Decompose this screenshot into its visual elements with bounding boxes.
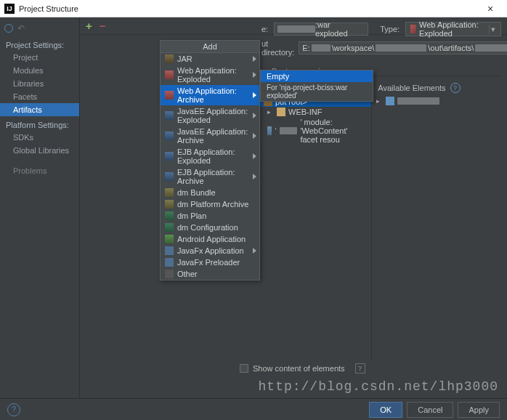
add-menu-javafx-preloader[interactable]: JavaFx Preloader — [161, 257, 259, 268]
titlebar: IJ Project Structure × — [0, 0, 507, 17]
add-menu-jar[interactable]: JAR — [161, 53, 259, 65]
mi-label: Web Application: Archive — [177, 86, 255, 104]
mi-label: dm Configuration — [177, 223, 238, 232]
sidebar-item-libraries[interactable]: Libraries — [0, 77, 79, 90]
mi-label: JavaFx Application — [177, 246, 244, 255]
chevron-right-icon — [253, 133, 256, 139]
other-icon — [165, 270, 174, 278]
show-content-label: Show content of elements — [253, 364, 345, 373]
dm-icon — [165, 211, 174, 220]
add-artifact-menu: Add JAR Web Application: Exploded Web Ap… — [160, 40, 260, 280]
mi-label: Web Application: Exploded — [177, 66, 255, 84]
chevron-right-icon — [253, 153, 256, 159]
mi-label: JavaEE Application: Archive — [177, 127, 255, 145]
chevron-right-icon — [253, 248, 256, 254]
war-icon — [410, 25, 416, 33]
mi-label: dm Bundle — [177, 188, 216, 197]
tree-arrow-icon: ▸ — [267, 108, 274, 116]
add-menu-dm-bundle[interactable]: dm Bundle — [161, 187, 259, 198]
ok-button[interactable]: OK — [369, 402, 402, 418]
add-menu-jee-archive[interactable]: JavaEE Application: Archive — [161, 126, 259, 146]
name-label-partial: e: — [261, 25, 268, 33]
content: + − e: :war exploded Type: Web Applicati… — [80, 17, 507, 398]
add-menu-dm-plan[interactable]: dm Plan — [161, 210, 259, 222]
add-menu-ejb-archive[interactable]: EJB Application: Archive — [161, 166, 259, 187]
window-title: Project Structure — [19, 4, 478, 13]
chevron-right-icon — [253, 174, 256, 179]
tree-arrow-icon: ▸ — [376, 97, 383, 105]
add-menu-dm-config[interactable]: dm Configuration — [161, 222, 259, 233]
checkbox-icon — [240, 364, 248, 373]
sidebar-group-platform: Platform Settings: — [0, 116, 79, 131]
chevron-right-icon — [253, 72, 256, 78]
module-folder-icon — [386, 97, 394, 105]
add-menu-other[interactable]: Other — [161, 268, 259, 280]
back-icon[interactable]: ↶ — [17, 23, 25, 33]
submenu-for-artifact[interactable]: For 'nja-project-bciss:war exploded' — [261, 82, 373, 101]
sidebar: ↶ Project Settings: Project Modules Libr… — [0, 17, 80, 398]
output-dir-field[interactable]: E: \workspace\ \out\artifacts\ _war_expl… — [299, 41, 507, 54]
artifact-type-combo[interactable]: Web Application: Exploded ▾ — [405, 22, 501, 36]
output-dir-label: ut directory: — [261, 39, 294, 57]
sidebar-group-project: Project Settings: — [0, 36, 79, 51]
main-area: ↶ Project Settings: Project Modules Libr… — [0, 17, 507, 398]
menu-title: Add — [161, 41, 259, 53]
sidebar-item-project[interactable]: Project — [0, 51, 79, 64]
add-menu-web-archive[interactable]: Web Application: Archive — [161, 85, 259, 105]
add-menu-javafx-app[interactable]: JavaFx Application — [161, 245, 259, 257]
remove-artifact-button[interactable]: − — [98, 20, 108, 32]
out-drive: E: — [302, 44, 309, 52]
add-menu-jee-exploded[interactable]: JavaEE Application: Exploded — [161, 105, 259, 126]
jee-icon — [165, 111, 174, 120]
sidebar-item-artifacts[interactable]: Artifacts — [0, 103, 79, 116]
available-elements-label: Available Elements — [378, 84, 445, 92]
available-item-row[interactable]: ▸ — [372, 96, 501, 106]
dm-icon — [165, 188, 174, 197]
add-menu-dm-platform[interactable]: dm Platform Archive — [161, 198, 259, 210]
ejb-icon — [165, 172, 174, 181]
mi-label: dm Platform Archive — [177, 200, 248, 209]
mi-label: dm Plan — [177, 211, 206, 220]
module-icon — [267, 126, 272, 135]
tree-webinf-label: WEB-INF — [288, 108, 322, 116]
add-artifact-button[interactable]: + — [83, 20, 95, 32]
type-value: Web Application: Exploded — [419, 20, 482, 38]
close-button[interactable]: × — [478, 3, 503, 15]
app-icon: IJ — [4, 4, 15, 14]
help-icon[interactable]: ? — [450, 83, 461, 93]
javafx-icon — [165, 246, 174, 255]
sidebar-item-facets[interactable]: Facets — [0, 90, 79, 103]
war-icon — [165, 70, 174, 79]
android-icon — [165, 235, 174, 243]
ejb-icon — [165, 152, 174, 161]
add-menu-android[interactable]: Android Application — [161, 233, 259, 245]
show-content-checkbox[interactable]: Show content of elements ? — [240, 363, 365, 373]
chevron-right-icon — [253, 113, 256, 118]
mi-label: Other — [177, 270, 198, 278]
mi-label: JAR — [177, 54, 192, 63]
mi-label: JavaEE Application: Exploded — [177, 107, 255, 124]
apply-button[interactable]: Apply — [458, 402, 500, 418]
chevron-right-icon — [253, 56, 256, 62]
add-menu-ejb-exploded[interactable]: EJB Application: Exploded — [161, 146, 259, 166]
sidebar-item-sdks[interactable]: SDKs — [0, 131, 79, 144]
chevron-right-icon — [253, 92, 256, 98]
jar-icon — [165, 54, 174, 63]
sidebar-item-problems[interactable]: Problems — [0, 164, 79, 177]
add-menu-web-exploded[interactable]: Web Application: Exploded — [161, 65, 259, 85]
type-label: Type: — [380, 25, 399, 33]
dm-icon — [165, 200, 174, 209]
help-icon[interactable]: ? — [355, 363, 365, 373]
available-elements-panel: Available Elements ? ▸ — [372, 80, 501, 360]
artifact-name-field[interactable]: :war exploded — [274, 23, 368, 36]
mi-label: Android Application — [177, 235, 246, 243]
mi-label: JavaFx Preloader — [177, 258, 240, 267]
sync-icon[interactable] — [4, 24, 13, 33]
sidebar-item-global-libraries[interactable]: Global Libraries — [0, 144, 79, 157]
sidebar-item-modules[interactable]: Modules — [0, 64, 79, 77]
cancel-button[interactable]: Cancel — [407, 402, 453, 418]
submenu-empty[interactable]: Empty — [261, 70, 373, 82]
war-icon — [165, 91, 174, 100]
dialog-button-bar: ? OK Cancel Apply — [0, 398, 507, 420]
help-button[interactable]: ? — [7, 403, 20, 416]
